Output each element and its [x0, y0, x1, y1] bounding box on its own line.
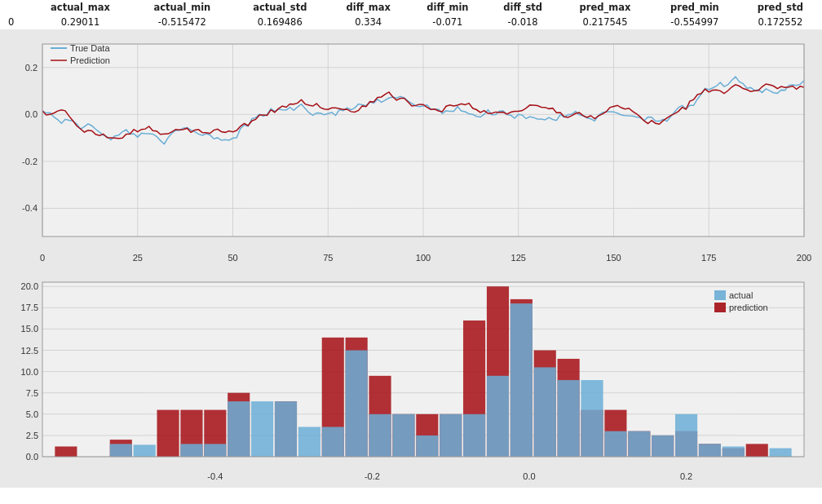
col-header-index [0, 0, 29, 15]
col-header-actual-max: actual_max [29, 0, 132, 15]
stats-table: actual_max actual_min actual_std diff_ma… [0, 0, 822, 29]
cell-actual-std: 0.169486 [232, 15, 328, 29]
stats-table-container: actual_max actual_min actual_std diff_ma… [0, 0, 822, 29]
col-header-pred-max: pred_max [559, 0, 651, 15]
table-row: 0 0.29011 -0.515472 0.169486 0.334 -0.07… [0, 15, 822, 29]
cell-pred-max: 0.217545 [559, 15, 651, 29]
cell-diff-min: -0.071 [409, 15, 486, 29]
col-header-diff-max: diff_max [328, 0, 409, 15]
col-header-actual-std: actual_std [232, 0, 328, 15]
col-header-actual-min: actual_min [132, 0, 232, 15]
col-header-pred-std: pred_std [739, 0, 822, 15]
charts-area [0, 29, 822, 504]
col-header-diff-min: diff_min [409, 0, 486, 15]
hist-chart-wrapper [0, 267, 822, 504]
cell-pred-std: 0.172552 [739, 15, 822, 29]
cell-actual-min: -0.515472 [132, 15, 232, 29]
cell-index: 0 [0, 15, 29, 29]
line-chart [0, 29, 822, 267]
hist-chart [0, 267, 822, 488]
cell-diff-std: -0.018 [486, 15, 559, 29]
cell-diff-max: 0.334 [328, 15, 409, 29]
col-header-pred-min: pred_min [651, 0, 739, 15]
line-chart-wrapper [0, 29, 822, 267]
cell-actual-max: 0.29011 [29, 15, 132, 29]
col-header-diff-std: diff_std [486, 0, 559, 15]
page-container: actual_max actual_min actual_std diff_ma… [0, 0, 822, 504]
cell-pred-min: -0.554997 [651, 15, 739, 29]
